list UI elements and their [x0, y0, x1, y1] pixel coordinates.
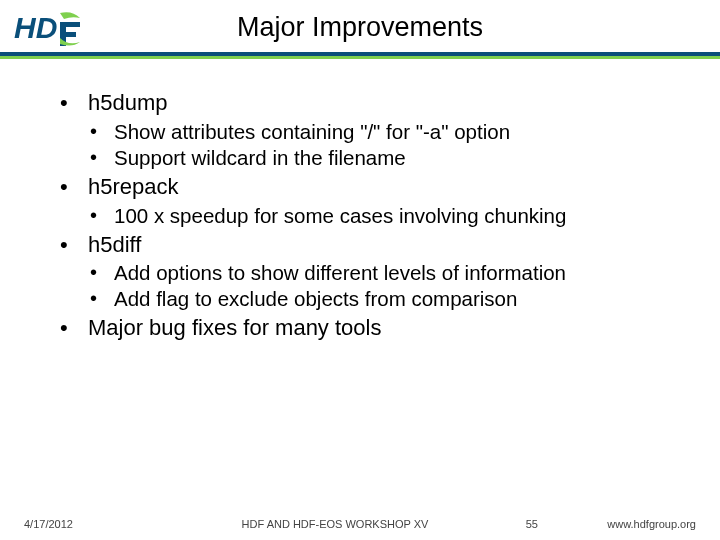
sub-bullet: Add flag to exclude objects from compari… — [88, 286, 680, 311]
slide-header: HD Major Improvements — [0, 0, 720, 60]
footer-url: www.hdfgroup.org — [556, 518, 696, 530]
slide: HD Major Improvements h5dump Show attrib… — [0, 0, 720, 540]
sub-bullet: Add options to show different levels of … — [88, 260, 680, 285]
slide-footer: 4/17/2012 HDF AND HDF-EOS WORKSHOP XV 55… — [0, 518, 720, 530]
footer-page: 55 — [506, 518, 556, 530]
sub-bullet: 100 x speedup for some cases involving c… — [88, 203, 680, 228]
footer-date: 4/17/2012 — [24, 518, 164, 530]
bullet-major-fixes: Major bug fixes for many tools — [60, 315, 680, 342]
sub-list: Add options to show different levels of … — [88, 260, 680, 311]
bullet-label: h5repack — [88, 174, 179, 199]
bullet-h5repack: h5repack 100 x speedup for some cases in… — [60, 174, 680, 228]
slide-title: Major Improvements — [0, 0, 720, 43]
sub-list: Show attributes containing "/" for "-a" … — [88, 119, 680, 170]
slide-content: h5dump Show attributes containing "/" fo… — [0, 60, 720, 342]
footer-center: HDF AND HDF-EOS WORKSHOP XV — [164, 518, 506, 530]
bullet-list: h5dump Show attributes containing "/" fo… — [60, 90, 680, 342]
sub-bullet: Support wildcard in the filename — [88, 145, 680, 170]
svg-text:HD: HD — [14, 11, 57, 44]
bullet-h5diff: h5diff Add options to show different lev… — [60, 232, 680, 312]
bullet-h5dump: h5dump Show attributes containing "/" fo… — [60, 90, 680, 170]
hdf-logo: HD — [14, 8, 84, 54]
bullet-label: h5diff — [88, 232, 141, 257]
sub-bullet: Show attributes containing "/" for "-a" … — [88, 119, 680, 144]
divider-light — [0, 56, 720, 59]
sub-list: 100 x speedup for some cases involving c… — [88, 203, 680, 228]
bullet-label: h5dump — [88, 90, 168, 115]
bullet-label: Major bug fixes for many tools — [88, 315, 381, 340]
